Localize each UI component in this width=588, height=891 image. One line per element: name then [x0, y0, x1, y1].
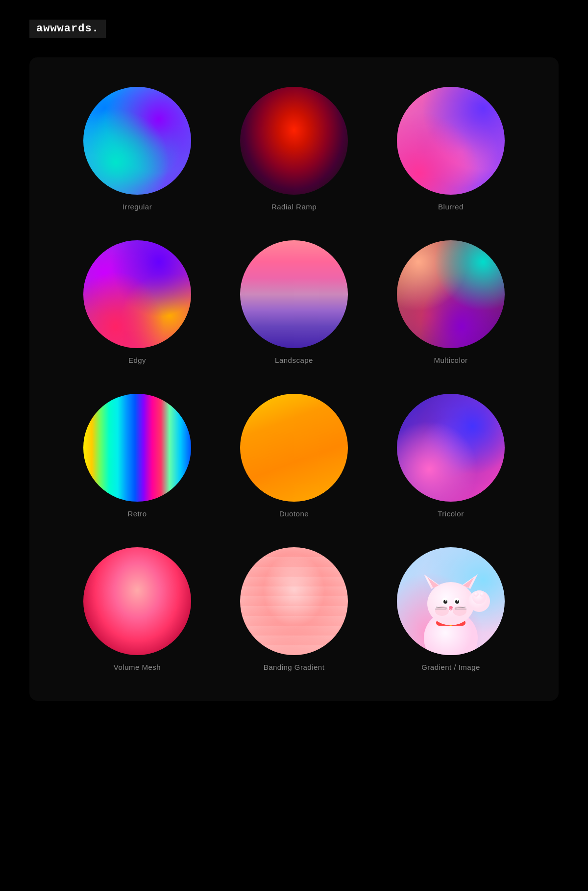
main-container: Irregular Radial Ramp Blurred Edgy Lands…: [29, 57, 559, 701]
cell-tricolor: Tricolor: [382, 394, 519, 518]
gradient-grid: Irregular Radial Ramp Blurred Edgy Lands…: [69, 87, 519, 671]
label-duotone: Duotone: [279, 509, 309, 518]
label-landscape: Landscape: [275, 356, 313, 364]
svg-point-10: [474, 592, 479, 597]
gradient-circle-irregular[interactable]: [83, 87, 191, 195]
cell-retro: Retro: [69, 394, 206, 518]
label-multicolor: Multicolor: [434, 356, 467, 364]
label-irregular: Irregular: [122, 203, 152, 211]
cell-banding-gradient: Banding Gradient: [225, 547, 363, 671]
label-radial-ramp: Radial Ramp: [271, 203, 317, 211]
svg-point-3: [427, 582, 474, 625]
cell-duotone: Duotone: [225, 394, 363, 518]
svg-point-20: [449, 606, 453, 609]
svg-point-9: [472, 590, 486, 604]
cell-radial-ramp: Radial Ramp: [225, 87, 363, 211]
cell-blurred: Blurred: [382, 87, 519, 211]
cell-landscape: Landscape: [225, 240, 363, 364]
gradient-circle-multicolor[interactable]: [397, 240, 505, 348]
gradient-circle-landscape[interactable]: [240, 240, 348, 348]
gradient-circle-volume-mesh[interactable]: [83, 547, 191, 655]
svg-point-11: [480, 592, 485, 597]
cell-multicolor: Multicolor: [382, 240, 519, 364]
gradient-circle-retro[interactable]: [83, 394, 191, 502]
label-gradient-image: Gradient / Image: [421, 663, 480, 671]
cell-irregular: Irregular: [69, 87, 206, 211]
cell-volume-mesh: Volume Mesh: [69, 547, 206, 671]
label-retro: Retro: [127, 509, 147, 518]
gradient-circle-image[interactable]: [397, 547, 505, 655]
svg-point-18: [445, 600, 447, 602]
label-edgy: Edgy: [128, 356, 146, 364]
logo: awwwards.: [29, 20, 559, 57]
gradient-circle-duotone[interactable]: [240, 394, 348, 502]
cell-gradient-image: Gradient / Image: [382, 547, 519, 671]
label-blurred: Blurred: [438, 203, 464, 211]
cat-illustration: [407, 557, 495, 655]
label-banding-gradient: Banding Gradient: [264, 663, 325, 671]
cell-edgy: Edgy: [69, 240, 206, 364]
gradient-circle-banding[interactable]: [240, 547, 348, 655]
gradient-circle-edgy[interactable]: [83, 240, 191, 348]
gradient-circle-radial-ramp[interactable]: [240, 87, 348, 195]
label-tricolor: Tricolor: [438, 509, 464, 518]
gradient-circle-blurred[interactable]: [397, 87, 505, 195]
gradient-circle-tricolor[interactable]: [397, 394, 505, 502]
svg-point-19: [457, 600, 459, 602]
label-volume-mesh: Volume Mesh: [114, 663, 161, 671]
